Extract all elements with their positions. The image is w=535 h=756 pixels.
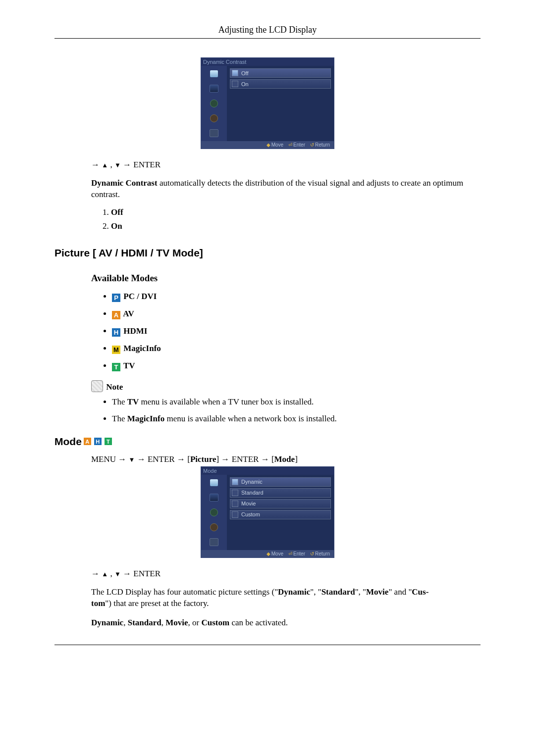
mode-activation-line: Dynamic, Standard, Movie, or Custom can … [91, 617, 481, 629]
footer-return: Return [315, 142, 330, 148]
osd-side-icon [202, 82, 226, 96]
osd-option-label: Standard [241, 490, 264, 496]
note-icon [91, 380, 103, 392]
menu-path: MENU → ▼ → ENTER → [Picture] → ENTER → [… [91, 454, 481, 464]
enter-icon: ⏎ [288, 551, 292, 556]
down-icon: ▼ [114, 570, 121, 578]
h-icon: H [94, 438, 102, 445]
osd-option-label: Custom [241, 511, 260, 517]
check-icon [232, 81, 238, 87]
osd-option-label: Dynamic [241, 479, 263, 485]
down-icon: ▼ [129, 456, 135, 463]
osd-side-icon [202, 491, 226, 504]
osd-option-dynamic[interactable]: Dynamic [230, 477, 331, 487]
osd-footer: ◆Move ⏎Enter ↺Return [201, 141, 334, 149]
p-icon: P [112, 294, 120, 302]
m-icon: M [112, 346, 120, 354]
osd-side-icon [202, 67, 226, 81]
h-icon: H [112, 328, 120, 337]
note-tv: The TV menu is available when a TV tuner… [112, 397, 481, 407]
osd-side-icon [202, 476, 226, 490]
footer-rule [54, 645, 481, 645]
nav-sequence: → ▲ , ▼ → ENTER [91, 569, 481, 579]
osd-side-icon [202, 535, 226, 549]
osd-option-custom[interactable]: Custom [230, 510, 331, 519]
mode-item-hdmi: H HDMI [112, 326, 481, 337]
return-icon: ↺ [310, 142, 314, 148]
osd-option-label: On [241, 81, 249, 87]
osd-side-icon [202, 126, 226, 140]
mode-item-magicinfo: M MagicInfo [112, 344, 481, 354]
osd-option-label: Movie [241, 501, 256, 506]
mode-item-av: A AV [112, 309, 481, 319]
check-icon [232, 490, 238, 496]
mode-item-pc: P PC / DVI [112, 292, 481, 302]
footer-move: Move [271, 551, 283, 556]
move-icon: ◆ [267, 142, 270, 148]
notes-list: The TV menu is available when a TV tuner… [91, 397, 481, 424]
osd-option-movie[interactable]: Movie [230, 499, 331, 508]
check-icon [232, 479, 238, 485]
move-icon: ◆ [267, 551, 270, 556]
check-icon [232, 70, 238, 76]
footer-move: Move [271, 142, 283, 148]
mode-description: The LCD Display has four automatic pictu… [91, 587, 481, 609]
osd-sidebar [201, 66, 227, 141]
down-icon: ▼ [114, 161, 121, 169]
up-icon: ▲ [102, 161, 108, 169]
up-icon: ▲ [102, 570, 108, 578]
osd-dynamic-contrast: Dynamic Contrast Off On ◆Mov [201, 57, 334, 149]
footer-enter: Enter [293, 142, 305, 148]
osd-side-icon [202, 111, 226, 125]
heading-available-modes: Available Modes [91, 273, 481, 284]
a-icon: A [84, 438, 91, 445]
enter-icon: ⏎ [288, 142, 292, 148]
page-header: Adjusting the LCD Display [54, 25, 481, 39]
osd-side-icon [202, 97, 226, 110]
osd-side-icon [202, 520, 226, 534]
t-icon: T [112, 363, 120, 371]
note-magicinfo: The MagicInfo menu is available when a n… [112, 414, 481, 424]
a-icon: A [112, 311, 120, 319]
osd-option-standard[interactable]: Standard [230, 488, 331, 498]
heading-mode: Mode A H T [54, 436, 481, 448]
osd-side-icon [202, 505, 226, 519]
check-icon [232, 501, 238, 507]
mode-item-tv: T TV [112, 361, 481, 371]
available-modes-list: P PC / DVI A AV H HDMI M MagicInfo T TV [91, 292, 481, 371]
heading-picture: Picture [ AV / HDMI / TV Mode] [54, 247, 481, 259]
osd-option-on[interactable]: On [230, 79, 331, 89]
nav-sequence: → ▲ , ▼ → ENTER [91, 160, 481, 170]
osd-title: Mode [201, 467, 334, 475]
t-icon: T [105, 438, 112, 445]
list-item-off: Off [111, 207, 123, 217]
dc-options-list: Off On [91, 207, 481, 231]
osd-footer: ◆Move ⏎Enter ↺Return [201, 550, 334, 557]
osd-mode: Mode Dynamic Standard [201, 466, 334, 558]
osd-sidebar [201, 475, 227, 550]
osd-title: Dynamic Contrast [201, 58, 334, 66]
list-item-on: On [111, 221, 122, 231]
note-heading: Note [91, 380, 481, 392]
dynamic-contrast-description: Dynamic Contrast automatically detects t… [91, 178, 481, 201]
osd-option-label: Off [241, 70, 248, 76]
check-icon [232, 511, 238, 518]
footer-enter: Enter [293, 551, 305, 556]
osd-option-off[interactable]: Off [230, 68, 331, 78]
return-icon: ↺ [310, 551, 314, 556]
footer-return: Return [315, 551, 330, 556]
